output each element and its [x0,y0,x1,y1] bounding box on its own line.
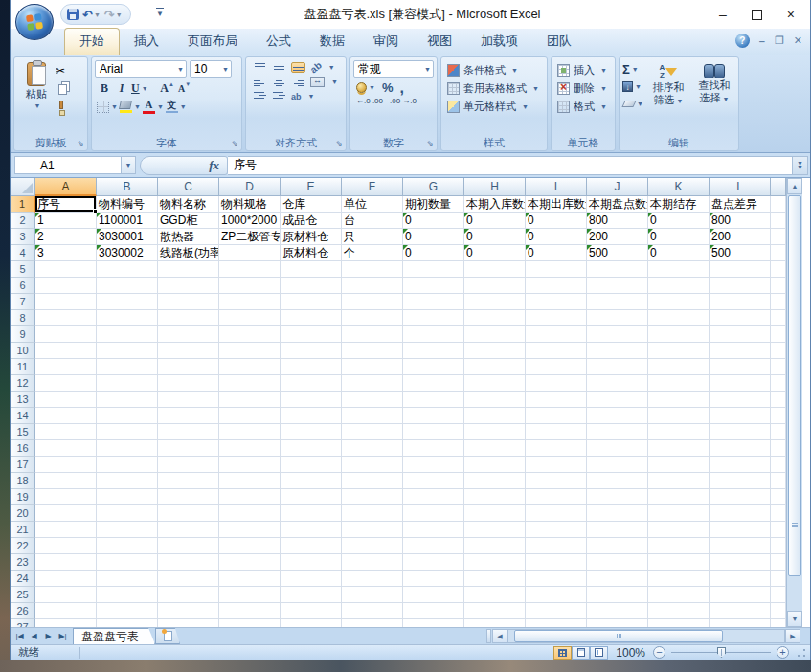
cell-J8[interactable] [587,310,648,326]
cell-H15[interactable] [464,424,526,440]
zoom-level[interactable]: 100% [616,646,645,660]
cell-I4[interactable]: 0 [526,245,587,261]
cell-J4[interactable]: 500 [587,245,648,261]
cell-J11[interactable] [587,359,648,375]
cell-G4[interactable]: 0 [403,245,464,261]
cell-D27[interactable] [219,619,281,627]
cell-B9[interactable] [97,326,158,343]
cell-D9[interactable] [219,326,281,343]
cell-partial-13[interactable] [771,392,786,408]
workbook-close-button[interactable]: ✕ [794,34,802,47]
row-header-12[interactable]: 12 [11,375,35,392]
cell-partial-14[interactable] [771,408,786,424]
last-sheet-icon[interactable]: ▶| [56,632,69,640]
cell-partial-23[interactable] [771,554,786,571]
cell-E27[interactable] [281,619,342,627]
cell-A4[interactable]: 3 [35,245,97,261]
cell-L12[interactable] [710,375,771,392]
cell-A27[interactable] [35,619,97,627]
cell-H4[interactable]: 0 [464,245,526,261]
cell-L14[interactable] [710,408,771,424]
workbook-minimize-button[interactable]: – [759,35,765,47]
row-header-13[interactable]: 13 [11,392,35,408]
cell-J7[interactable] [587,294,648,310]
cell-D14[interactable] [219,408,281,424]
workbook-restore-button[interactable]: ❐ [775,34,784,47]
column-header-G[interactable]: G [403,178,464,196]
formula-bar-expand-icon[interactable]: ▼▼ [793,156,808,175]
column-header-A[interactable]: A [35,178,97,196]
cell-K6[interactable] [648,278,710,294]
column-header-L[interactable]: L [710,178,771,196]
cell-A17[interactable] [35,457,97,473]
row-header-23[interactable]: 23 [11,554,35,571]
cell-L20[interactable] [710,505,771,522]
cell-C16[interactable] [158,440,219,457]
cell-partial-25[interactable] [771,587,786,603]
cell-A6[interactable] [35,278,97,294]
cell-J5[interactable] [587,261,648,278]
cell-J20[interactable] [587,505,648,522]
row-header-27[interactable]: 27 [11,619,35,627]
cell-E14[interactable] [281,408,342,424]
cell-C6[interactable] [158,278,219,294]
cell-D1[interactable]: 物料规格 [219,196,281,213]
cell-D12[interactable] [219,375,281,392]
cell-G16[interactable] [403,440,464,457]
cell-L19[interactable] [710,489,771,505]
row-header-15[interactable]: 15 [11,424,35,440]
cell-D13[interactable] [219,392,281,408]
cell-E2[interactable]: 成品仓 [281,213,342,229]
cell-E8[interactable] [281,310,342,326]
cell-K17[interactable] [648,457,710,473]
cell-L13[interactable] [710,392,771,408]
cell-G15[interactable] [403,424,464,440]
cell-J21[interactable] [587,522,648,538]
cell-L21[interactable] [710,522,771,538]
cell-partial-18[interactable] [771,473,786,489]
cell-G27[interactable] [403,619,464,627]
cell-F25[interactable] [342,587,403,603]
currency-button[interactable]: ▼ [356,82,375,93]
cell-D25[interactable] [219,587,281,603]
cell-L3[interactable]: 200 [710,229,771,245]
cell-C1[interactable]: 物料名称 [158,196,219,213]
column-header-F[interactable]: F [342,178,403,196]
cell-D23[interactable] [219,554,281,571]
cell-F19[interactable] [342,489,403,505]
cell-G7[interactable] [403,294,464,310]
cell-I23[interactable] [526,554,587,571]
cell-K24[interactable] [648,571,710,587]
horizontal-scrollbar[interactable] [507,629,785,643]
vertical-scroll-thumb[interactable] [788,195,801,576]
cell-B19[interactable] [97,489,158,505]
redo-button[interactable]: ↷▼ [104,9,123,21]
column-header-H[interactable]: H [464,178,526,196]
cell-L2[interactable]: 800 [710,213,771,229]
orientation-button[interactable]: ab [308,60,324,76]
borders-button[interactable]: ▼ [97,99,118,114]
cell-I20[interactable] [526,505,587,522]
save-button[interactable] [67,9,79,20]
row-header-5[interactable]: 5 [11,261,35,278]
row-header-16[interactable]: 16 [11,440,35,457]
undo-button[interactable]: ↶▼ [82,9,101,21]
cell-C7[interactable] [158,294,219,310]
maximize-button[interactable] [752,10,762,20]
cell-partial-7[interactable] [771,294,786,310]
cell-L27[interactable] [710,619,771,627]
cell-J12[interactable] [587,375,648,392]
cell-E12[interactable] [281,375,342,392]
cell-D21[interactable] [219,522,281,538]
cell-G18[interactable] [403,473,464,489]
cell-F12[interactable] [342,375,403,392]
cell-K14[interactable] [648,408,710,424]
fill-button[interactable]: ↓▼ [622,79,643,94]
cell-H12[interactable] [464,375,526,392]
cell-I3[interactable]: 0 [526,229,587,245]
font-dialog-launcher-icon[interactable]: ⇘ [230,139,239,148]
cell-F15[interactable] [342,424,403,440]
normal-view-button[interactable] [553,646,572,660]
cell-B21[interactable] [97,522,158,538]
cell-G2[interactable]: 0 [403,213,464,229]
